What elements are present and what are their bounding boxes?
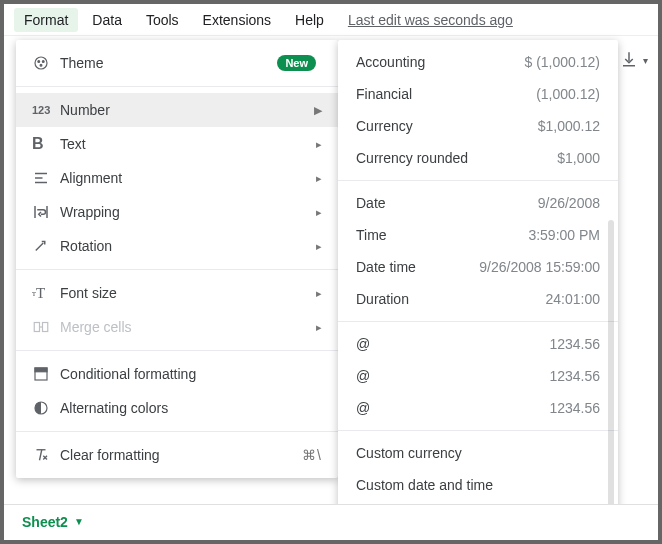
format-example: 1234.56 [549, 400, 600, 416]
menubar: Format Data Tools Extensions Help Last e… [4, 4, 658, 36]
number-format-at-1[interactable]: @ 1234.56 [338, 328, 618, 360]
format-example: 9/26/2008 [538, 195, 600, 211]
menu-alignment[interactable]: Alignment ▸ [16, 161, 338, 195]
merge-icon [32, 318, 60, 336]
format-example: 1234.56 [549, 336, 600, 352]
format-name: Time [356, 227, 528, 243]
number-format-at-2[interactable]: @ 1234.56 [338, 360, 618, 392]
svg-point-0 [35, 57, 47, 69]
download-icon[interactable] [617, 50, 641, 71]
chevron-right-icon: ▸ [316, 240, 322, 253]
number-format-duration[interactable]: Duration 24:01:00 [338, 283, 618, 315]
menu-wrapping[interactable]: Wrapping ▸ [16, 195, 338, 229]
last-edit-link[interactable]: Last edit was seconds ago [348, 12, 513, 28]
number-format-currency-rounded[interactable]: Currency rounded $1,000 [338, 142, 618, 174]
number-format-accounting[interactable]: Accounting $ (1,000.12) [338, 46, 618, 78]
chevron-right-icon: ▶ [314, 104, 322, 117]
menu-help[interactable]: Help [285, 8, 334, 32]
number-format-at-3[interactable]: @ 1234.56 [338, 392, 618, 424]
badge-new: New [277, 55, 316, 71]
menu-conditional-formatting[interactable]: Conditional formatting [16, 357, 338, 391]
format-name: Financial [356, 86, 536, 102]
sheet-tab-label: Sheet2 [22, 514, 68, 530]
sheet-tab-bar: Sheet2 ▼ [4, 504, 658, 540]
menu-tools[interactable]: Tools [136, 8, 189, 32]
scrollbar[interactable] [608, 220, 614, 532]
number-format-date[interactable]: Date 9/26/2008 [338, 187, 618, 219]
menu-data[interactable]: Data [82, 8, 132, 32]
menu-number-label: Number [60, 102, 314, 118]
number-format-datetime[interactable]: Date time 9/26/2008 15:59:00 [338, 251, 618, 283]
svg-rect-9 [34, 323, 39, 332]
number-icon: 123 [32, 104, 60, 116]
sheet-tab-active[interactable]: Sheet2 ▼ [12, 506, 94, 540]
menu-rotation[interactable]: Rotation ▸ [16, 229, 338, 263]
chevron-right-icon: ▸ [316, 321, 322, 334]
svg-point-1 [38, 61, 40, 63]
menu-clear-formatting[interactable]: Clear formatting ⌘\ [16, 438, 338, 472]
divider [16, 431, 338, 432]
number-format-time[interactable]: Time 3:59:00 PM [338, 219, 618, 251]
format-example: 24:01:00 [546, 291, 601, 307]
menu-wrapping-label: Wrapping [60, 204, 316, 220]
svg-point-2 [42, 61, 44, 63]
number-format-financial[interactable]: Financial (1,000.12) [338, 78, 618, 110]
custom-currency[interactable]: Custom currency [338, 437, 618, 469]
align-icon [32, 169, 60, 187]
clear-formatting-icon [32, 446, 60, 464]
menu-theme-label: Theme [60, 55, 277, 71]
menu-extensions[interactable]: Extensions [193, 8, 281, 32]
menu-clear-formatting-label: Clear formatting [60, 447, 302, 463]
divider [16, 350, 338, 351]
menu-merge-cells: Merge cells ▸ [16, 310, 338, 344]
chevron-right-icon: ▸ [316, 206, 322, 219]
format-name: Date [356, 195, 538, 211]
menu-number[interactable]: 123 Number ▶ [16, 93, 338, 127]
format-example: 1234.56 [549, 368, 600, 384]
menu-theme[interactable]: Theme New [16, 46, 338, 80]
menu-alternating-colors[interactable]: Alternating colors [16, 391, 338, 425]
chevron-right-icon: ▸ [316, 172, 322, 185]
toolbar-caret-icon[interactable]: ▾ [643, 55, 648, 66]
bold-icon: B [32, 135, 60, 153]
menu-format[interactable]: Format [14, 8, 78, 32]
format-name: @ [356, 400, 549, 416]
menu-rotation-label: Rotation [60, 238, 316, 254]
menu-alternating-colors-label: Alternating colors [60, 400, 322, 416]
chevron-right-icon: ▸ [316, 287, 322, 300]
number-submenu: Accounting $ (1,000.12) Financial (1,000… [338, 40, 618, 542]
menu-font-size-label: Font size [60, 285, 316, 301]
custom-date-time[interactable]: Custom date and time [338, 469, 618, 501]
format-example: 3:59:00 PM [528, 227, 600, 243]
number-format-currency[interactable]: Currency $1,000.12 [338, 110, 618, 142]
format-name: Custom date and time [356, 477, 600, 493]
chevron-right-icon: ▸ [316, 138, 322, 151]
divider [338, 430, 618, 431]
svg-rect-12 [35, 368, 47, 372]
menu-text[interactable]: B Text ▸ [16, 127, 338, 161]
divider [16, 269, 338, 270]
rotation-icon [32, 237, 60, 255]
format-name: Duration [356, 291, 546, 307]
format-name: @ [356, 368, 549, 384]
format-menu: Theme New 123 Number ▶ B Text ▸ Alignmen… [16, 40, 338, 478]
format-example: $ (1,000.12) [525, 54, 601, 70]
format-name: Currency rounded [356, 150, 557, 166]
format-example: $1,000.12 [538, 118, 600, 134]
format-name: Date time [356, 259, 479, 275]
format-example: (1,000.12) [536, 86, 600, 102]
menu-font-size[interactable]: тT Font size ▸ [16, 276, 338, 310]
alternating-colors-icon [32, 399, 60, 417]
format-example: $1,000 [557, 150, 600, 166]
caret-down-icon[interactable]: ▼ [74, 516, 84, 527]
menu-text-label: Text [60, 136, 316, 152]
font-size-icon: тT [32, 285, 60, 302]
divider [338, 180, 618, 181]
format-name: Accounting [356, 54, 525, 70]
menu-alignment-label: Alignment [60, 170, 316, 186]
divider [16, 86, 338, 87]
menu-merge-cells-label: Merge cells [60, 319, 316, 335]
conditional-formatting-icon [32, 365, 60, 383]
theme-icon [32, 54, 60, 72]
format-name: @ [356, 336, 549, 352]
